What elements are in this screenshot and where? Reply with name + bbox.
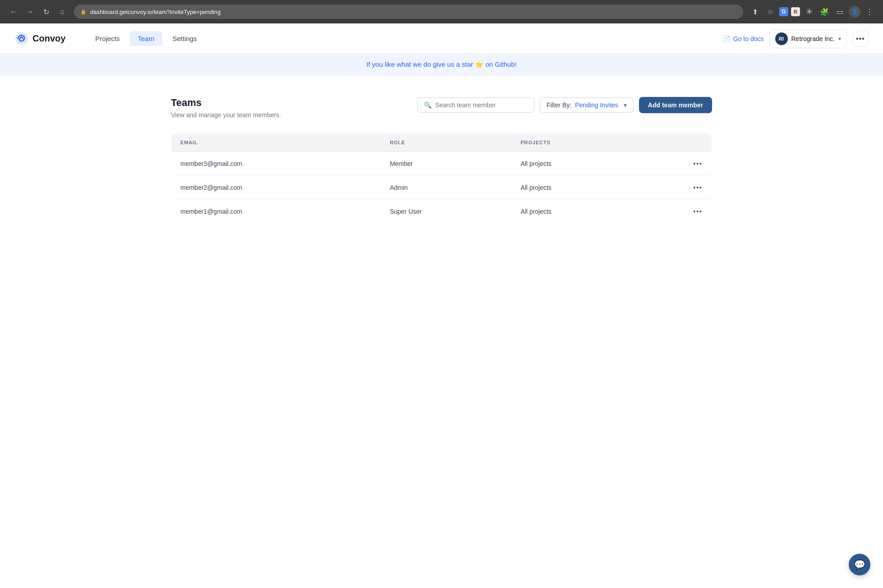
menu-button[interactable]: ⋮ xyxy=(863,5,876,18)
filter-chevron-icon: ▾ xyxy=(624,101,627,109)
svg-point-0 xyxy=(15,32,28,45)
chevron-down-icon: ▾ xyxy=(838,36,841,42)
table-row: member1@gmail.com Super User All project… xyxy=(171,200,712,224)
cell-projects-2: All projects xyxy=(511,200,639,224)
logo-icon xyxy=(14,32,29,46)
logo[interactable]: Convoy xyxy=(14,32,65,46)
top-nav: Convoy Projects Team Settings 📄 Go to do… xyxy=(0,23,883,54)
chat-icon: 💬 xyxy=(854,559,865,570)
nav-links: Projects Team Settings xyxy=(87,31,722,46)
col-projects: PROJECTS xyxy=(511,133,639,152)
page-title-block: Teams View and manage your team members. xyxy=(171,97,281,119)
table-row: member3@gmail.com Member All projects ••… xyxy=(171,152,712,176)
lock-icon: 🔒 xyxy=(80,9,87,15)
col-actions xyxy=(639,133,712,152)
more-options-button[interactable]: ••• xyxy=(852,31,869,47)
org-name: Retrograde Inc. xyxy=(791,35,835,42)
nav-team[interactable]: Team xyxy=(130,31,163,46)
filter-value: Pending Invites xyxy=(575,101,618,109)
extensions-button[interactable]: 🧩 xyxy=(818,5,831,18)
row-actions-button-0[interactable]: ••• xyxy=(639,152,712,176)
row-actions-button-1[interactable]: ••• xyxy=(639,176,712,200)
org-selector[interactable]: RI Retrograde Inc. ▾ xyxy=(769,29,847,48)
go-to-docs-link[interactable]: 📄 Go to docs xyxy=(723,35,764,42)
col-email: EMAIL xyxy=(171,133,381,152)
github-star-banner: If you like what we do give us a star ⭐ … xyxy=(0,54,883,75)
logo-text: Convoy xyxy=(32,33,65,44)
profile-button[interactable]: 👤 xyxy=(849,6,860,18)
sidebar-button[interactable]: ▭ xyxy=(833,5,846,18)
cell-role-0: Member xyxy=(381,152,511,176)
cell-role-2: Super User xyxy=(381,200,511,224)
cell-projects-1: All projects xyxy=(511,176,639,200)
search-icon: 🔍 xyxy=(424,101,432,109)
search-input[interactable] xyxy=(435,101,528,109)
cell-role-1: Admin xyxy=(381,176,511,200)
docs-label: Go to docs xyxy=(733,35,764,42)
filter-button[interactable]: Filter By: Pending Invites ▾ xyxy=(540,97,634,113)
chat-bubble-button[interactable]: 💬 xyxy=(849,554,870,575)
r-extension[interactable]: R xyxy=(791,7,800,16)
nav-settings[interactable]: Settings xyxy=(164,31,205,46)
row-actions-button-2[interactable]: ••• xyxy=(639,200,712,224)
google-translate-extension[interactable]: G xyxy=(779,7,788,16)
org-avatar: RI xyxy=(775,32,788,45)
share-button[interactable]: ⬆ xyxy=(749,5,761,18)
add-team-member-button[interactable]: Add team member xyxy=(639,97,712,113)
docs-icon: 📄 xyxy=(723,35,731,42)
app: Convoy Projects Team Settings 📄 Go to do… xyxy=(0,23,883,588)
cell-projects-0: All projects xyxy=(511,152,639,176)
filter-label: Filter By: xyxy=(547,101,571,109)
table-body: member3@gmail.com Member All projects ••… xyxy=(171,152,712,224)
search-box: 🔍 xyxy=(417,97,534,113)
page-header: Teams View and manage your team members.… xyxy=(171,97,712,119)
banner-text: If you like what we do give us a star ⭐ … xyxy=(366,60,516,68)
cell-email-2: member1@gmail.com xyxy=(171,200,381,224)
nav-projects[interactable]: Projects xyxy=(87,31,128,46)
nav-right: 📄 Go to docs RI Retrograde Inc. ▾ ••• xyxy=(723,29,869,48)
cell-email-0: member3@gmail.com xyxy=(171,152,381,176)
browser-nav-buttons: ← → ↻ ⌂ xyxy=(7,5,69,18)
back-button[interactable]: ← xyxy=(7,5,20,18)
col-role: ROLE xyxy=(381,133,511,152)
browser-toolbar-right: ⬆ ☆ G R ✳ 🧩 ▭ 👤 ⋮ xyxy=(749,5,876,18)
home-button[interactable]: ⌂ xyxy=(56,5,69,18)
table-row: member2@gmail.com Admin All projects ••• xyxy=(171,176,712,200)
cell-email-1: member2@gmail.com xyxy=(171,176,381,200)
browser-chrome: ← → ↻ ⌂ 🔒 dashboard.getconvoy.io/team?in… xyxy=(0,0,883,23)
page-title: Teams xyxy=(171,97,281,109)
page-content: Teams View and manage your team members.… xyxy=(153,75,730,245)
address-bar[interactable]: 🔒 dashboard.getconvoy.io/team?inviteType… xyxy=(74,5,743,19)
table-header: EMAIL ROLE PROJECTS xyxy=(171,133,712,152)
page-actions: 🔍 Filter By: Pending Invites ▾ Add team … xyxy=(417,97,712,113)
team-table: EMAIL ROLE PROJECTS member3@gmail.com Me… xyxy=(171,133,712,224)
page-subtitle: View and manage your team members. xyxy=(171,111,281,119)
forward-button[interactable]: → xyxy=(23,5,36,18)
bookmark-button[interactable]: ☆ xyxy=(764,5,777,18)
reload-button[interactable]: ↻ xyxy=(40,5,52,18)
colorful-extension[interactable]: ✳ xyxy=(803,5,815,18)
url-text: dashboard.getconvoy.io/team?inviteType=p… xyxy=(90,9,221,15)
